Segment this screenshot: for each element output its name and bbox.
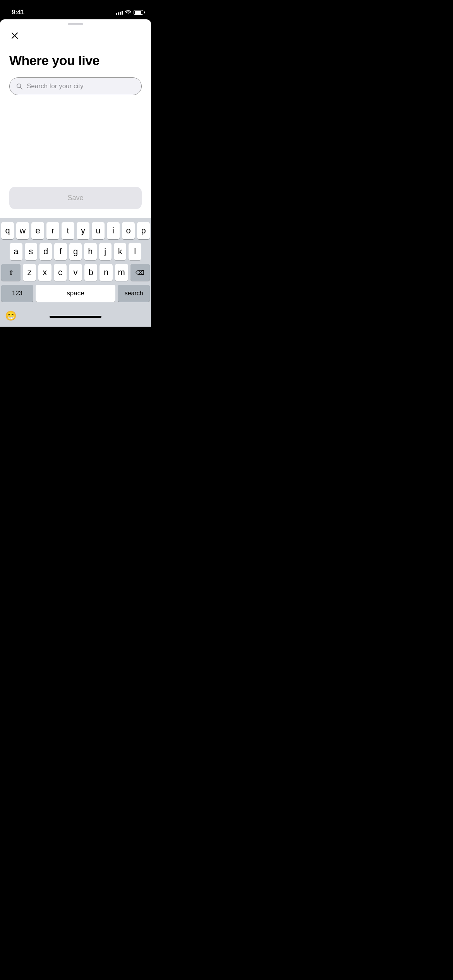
key-n[interactable]: n	[100, 264, 113, 281]
signal-icon	[116, 10, 123, 15]
key-w[interactable]: w	[16, 222, 29, 239]
app-container: Where you live Save q w e r t y u	[0, 19, 151, 327]
key-e[interactable]: e	[31, 222, 44, 239]
keyboard-row-2: a s d f g h j k l	[1, 243, 150, 260]
key-k[interactable]: k	[114, 243, 126, 260]
search-key[interactable]: search	[118, 285, 150, 302]
emoji-key[interactable]: 😁	[2, 307, 19, 324]
key-q[interactable]: q	[1, 222, 14, 239]
key-d[interactable]: d	[39, 243, 52, 260]
key-b[interactable]: b	[84, 264, 98, 281]
key-f[interactable]: f	[54, 243, 67, 260]
key-u[interactable]: u	[92, 222, 105, 239]
status-icons	[116, 9, 143, 15]
key-v[interactable]: v	[69, 264, 82, 281]
drag-handle	[68, 23, 83, 25]
search-icon-wrap	[16, 83, 23, 90]
key-o[interactable]: o	[122, 222, 135, 239]
home-indicator	[50, 316, 101, 318]
key-g[interactable]: g	[69, 243, 82, 260]
key-m[interactable]: m	[115, 264, 128, 281]
status-bar: 9:41	[0, 0, 151, 19]
wifi-icon	[125, 9, 131, 15]
key-j[interactable]: j	[99, 243, 112, 260]
keyboard-row-3: ⇧ z x c v b n m ⌫	[1, 264, 150, 281]
city-search-input[interactable]	[27, 82, 135, 90]
key-s[interactable]: s	[25, 243, 37, 260]
close-icon	[11, 32, 18, 39]
key-l[interactable]: l	[129, 243, 141, 260]
keyboard-row-4: 123 space search	[1, 285, 150, 302]
key-x[interactable]: x	[38, 264, 51, 281]
key-r[interactable]: r	[46, 222, 59, 239]
key-t[interactable]: t	[62, 222, 74, 239]
page-title: Where you live	[0, 53, 151, 68]
keyboard: q w e r t y u i o p a s d f g h j k l ⇧	[0, 218, 151, 327]
keyboard-row-1: q w e r t y u i o p	[1, 222, 150, 239]
keyboard-bottom-row: 😁	[1, 306, 150, 325]
close-button[interactable]	[8, 29, 22, 43]
key-c[interactable]: c	[54, 264, 67, 281]
status-time: 9:41	[12, 9, 24, 16]
key-z[interactable]: z	[23, 264, 36, 281]
key-y[interactable]: y	[77, 222, 89, 239]
save-button[interactable]: Save	[9, 187, 142, 209]
search-container	[9, 77, 142, 95]
content-spacer	[0, 95, 151, 187]
delete-key[interactable]: ⌫	[130, 264, 150, 281]
search-input-wrapper[interactable]	[9, 77, 142, 95]
key-i[interactable]: i	[107, 222, 120, 239]
svg-line-3	[21, 87, 22, 89]
battery-icon	[134, 10, 143, 15]
shift-key[interactable]: ⇧	[1, 264, 21, 281]
key-p[interactable]: p	[137, 222, 150, 239]
search-icon	[16, 83, 23, 90]
numbers-key[interactable]: 123	[1, 285, 33, 302]
key-a[interactable]: a	[10, 243, 22, 260]
key-h[interactable]: h	[84, 243, 96, 260]
space-key[interactable]: space	[36, 285, 116, 302]
save-button-container: Save	[0, 187, 151, 218]
